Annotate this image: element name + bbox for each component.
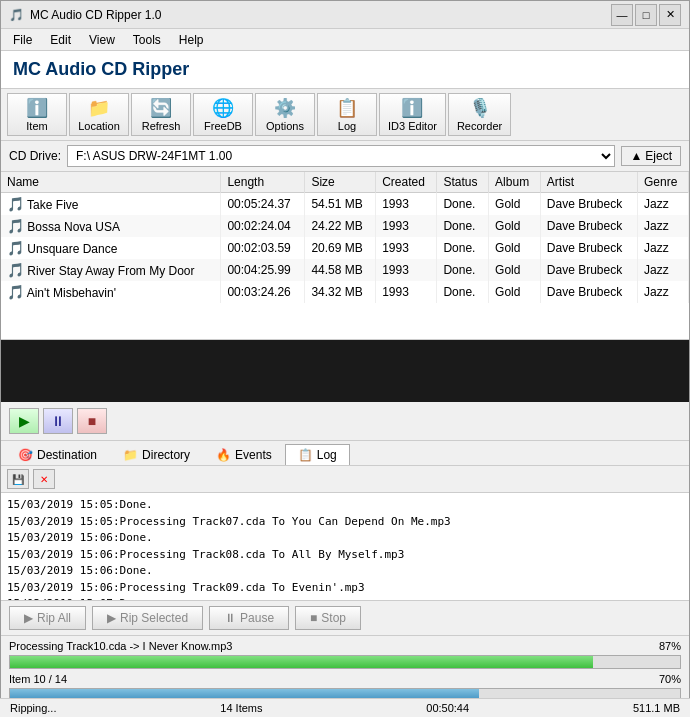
stop-button[interactable]: ■ Stop	[295, 606, 361, 630]
id3editor-label: ID3 Editor	[388, 120, 437, 132]
menu-edit[interactable]: Edit	[42, 31, 79, 49]
track-size: 20.69 MB	[305, 237, 376, 259]
toolbar-options-button[interactable]: ⚙️ Options	[255, 93, 315, 136]
track-music-icon: 🎵	[7, 240, 24, 256]
table-header-row: Name Length Size Created Status Album Ar…	[1, 172, 689, 193]
track-music-icon: 🎵	[7, 262, 24, 278]
log-save-button[interactable]: 💾	[7, 469, 29, 489]
track-name: 🎵 Take Five	[1, 193, 221, 216]
track-length: 00:05:24.37	[221, 193, 305, 216]
item-progress-label: Item 10 / 14	[9, 673, 640, 685]
close-button[interactable]: ✕	[659, 4, 681, 26]
track-music-icon: 🎵	[7, 218, 24, 234]
title-bar-text: MC Audio CD Ripper 1.0	[30, 8, 161, 22]
refresh-icon: 🔄	[150, 97, 172, 119]
track-status: Done.	[437, 237, 489, 259]
cd-drive-bar: CD Drive: F:\ ASUS DRW-24F1MT 1.00 ▲ Eje…	[1, 141, 689, 172]
pause-button[interactable]: ⏸ Pause	[209, 606, 289, 630]
location-icon: 📁	[88, 97, 110, 119]
item-progress-row: Item 10 / 14 70%	[9, 673, 681, 685]
track-artist: Dave Brubeck	[540, 215, 637, 237]
tab-events[interactable]: 🔥 Events	[203, 444, 285, 465]
track-length: 00:03:24.26	[221, 281, 305, 303]
status-ripping: Ripping...	[10, 702, 56, 714]
status-items: 14 Items	[220, 702, 262, 714]
toolbar-freedb-button[interactable]: 🌐 FreeDB	[193, 93, 253, 136]
destination-tab-label: Destination	[37, 448, 97, 462]
directory-tab-icon: 📁	[123, 448, 138, 462]
track-table: Name Length Size Created Status Album Ar…	[1, 172, 689, 303]
table-row[interactable]: 🎵 Unsquare Dance 00:02:03.59 20.69 MB 19…	[1, 237, 689, 259]
col-header-size: Size	[305, 172, 376, 193]
pause-label: Pause	[240, 611, 274, 625]
toolbar-log-button[interactable]: 📋 Log	[317, 93, 377, 136]
track-size: 54.51 MB	[305, 193, 376, 216]
toolbar-recorder-button[interactable]: 🎙️ Recorder	[448, 93, 511, 136]
track-artist: Dave Brubeck	[540, 193, 637, 216]
log-entry: 15/03/2019 15:06:Done.	[7, 530, 683, 547]
status-duration: 00:50:44	[426, 702, 469, 714]
events-tab-icon: 🔥	[216, 448, 231, 462]
freedb-label: FreeDB	[204, 120, 242, 132]
pause-transport-button[interactable]: ⏸	[43, 408, 73, 434]
track-progress-label: Processing Track10.cda -> I Never Know.m…	[9, 640, 640, 652]
track-genre: Jazz	[637, 193, 688, 216]
options-label: Options	[266, 120, 304, 132]
track-status: Done.	[437, 259, 489, 281]
log-area: 15/03/2019 15:05:Done.15/03/2019 15:05:P…	[1, 493, 689, 601]
table-row[interactable]: 🎵 Take Five 00:05:24.37 54.51 MB 1993 Do…	[1, 193, 689, 216]
track-status: Done.	[437, 281, 489, 303]
track-progress-pct: 87%	[646, 640, 681, 652]
menu-file[interactable]: File	[5, 31, 40, 49]
minimize-button[interactable]: —	[611, 4, 633, 26]
status-bar: Ripping... 14 Items 00:50:44 511.1 MB	[0, 698, 690, 717]
table-row[interactable]: 🎵 Bossa Nova USA 00:02:24.04 24.22 MB 19…	[1, 215, 689, 237]
eject-button[interactable]: ▲ Eject	[621, 146, 681, 166]
log-clear-button[interactable]: ✕	[33, 469, 55, 489]
log-entry: 15/03/2019 15:06:Processing Track08.cda …	[7, 547, 683, 564]
title-bar-left: 🎵 MC Audio CD Ripper 1.0	[9, 8, 161, 22]
track-album: Gold	[489, 259, 541, 281]
cd-drive-select[interactable]: F:\ ASUS DRW-24F1MT 1.00	[67, 145, 615, 167]
stop-icon: ■	[310, 611, 317, 625]
play-button[interactable]: ▶	[9, 408, 39, 434]
track-created: 1993	[376, 193, 437, 216]
track-genre: Jazz	[637, 259, 688, 281]
table-row[interactable]: 🎵 Ain't Misbehavin' 00:03:24.26 34.32 MB…	[1, 281, 689, 303]
title-bar: 🎵 MC Audio CD Ripper 1.0 — □ ✕	[1, 1, 689, 29]
toolbar-id3editor-button[interactable]: ℹ️ ID3 Editor	[379, 93, 446, 136]
toolbar-location-button[interactable]: 📁 Location	[69, 93, 129, 136]
tab-log[interactable]: 📋 Log	[285, 444, 350, 465]
options-icon: ⚙️	[274, 97, 296, 119]
recorder-label: Recorder	[457, 120, 502, 132]
track-created: 1993	[376, 259, 437, 281]
toolbar-item-button[interactable]: ℹ️ Item	[7, 93, 67, 136]
menu-view[interactable]: View	[81, 31, 123, 49]
menu-tools[interactable]: Tools	[125, 31, 169, 49]
menu-bar: File Edit View Tools Help	[1, 29, 689, 51]
log-toolbar: 💾 ✕	[1, 466, 689, 493]
tab-destination[interactable]: 🎯 Destination	[5, 444, 110, 465]
menu-help[interactable]: Help	[171, 31, 212, 49]
track-name: 🎵 Bossa Nova USA	[1, 215, 221, 237]
tab-directory[interactable]: 📁 Directory	[110, 444, 203, 465]
track-name: 🎵 Ain't Misbehavin'	[1, 281, 221, 303]
track-progress-bar-fill	[10, 656, 593, 668]
log-icon: 📋	[336, 97, 358, 119]
track-created: 1993	[376, 237, 437, 259]
stop-transport-button[interactable]: ■	[77, 408, 107, 434]
rip-selected-button[interactable]: ▶ Rip Selected	[92, 606, 203, 630]
track-album: Gold	[489, 281, 541, 303]
rip-all-button[interactable]: ▶ Rip All	[9, 606, 86, 630]
id3editor-icon: ℹ️	[401, 97, 423, 119]
recorder-icon: 🎙️	[469, 97, 491, 119]
maximize-button[interactable]: □	[635, 4, 657, 26]
directory-tab-label: Directory	[142, 448, 190, 462]
title-bar-controls: — □ ✕	[611, 4, 681, 26]
toolbar-refresh-button[interactable]: 🔄 Refresh	[131, 93, 191, 136]
col-header-artist: Artist	[540, 172, 637, 193]
table-row[interactable]: 🎵 River Stay Away From My Door 00:04:25.…	[1, 259, 689, 281]
rip-selected-icon: ▶	[107, 611, 116, 625]
col-header-length: Length	[221, 172, 305, 193]
track-length: 00:04:25.99	[221, 259, 305, 281]
